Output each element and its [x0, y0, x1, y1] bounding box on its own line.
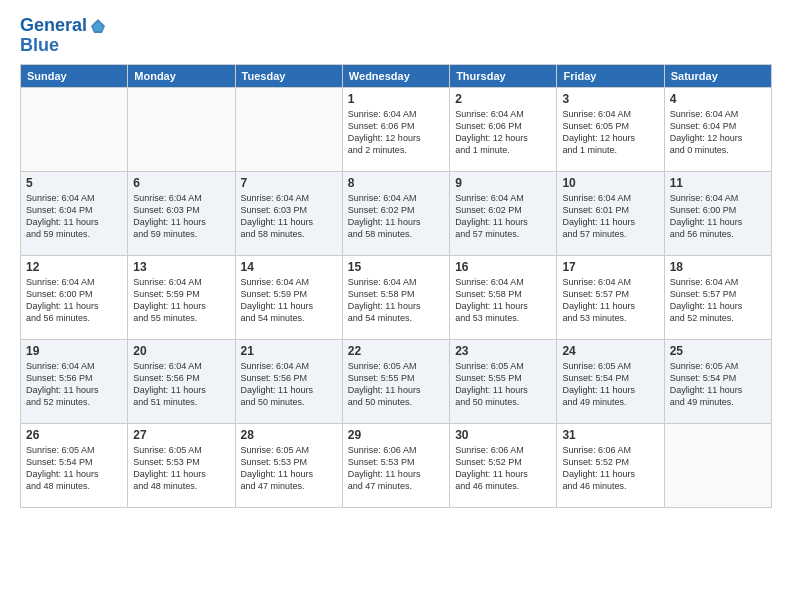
cell-info: Sunrise: 6:05 AM Sunset: 5:55 PM Dayligh… [348, 360, 444, 409]
calendar-cell: 12Sunrise: 6:04 AM Sunset: 6:00 PM Dayli… [21, 255, 128, 339]
day-header-row: SundayMondayTuesdayWednesdayThursdayFrid… [21, 64, 772, 87]
calendar-cell: 29Sunrise: 6:06 AM Sunset: 5:53 PM Dayli… [342, 423, 449, 507]
day-number: 7 [241, 176, 337, 190]
day-number: 20 [133, 344, 229, 358]
day-number: 31 [562, 428, 658, 442]
day-number: 2 [455, 92, 551, 106]
calendar-cell: 11Sunrise: 6:04 AM Sunset: 6:00 PM Dayli… [664, 171, 771, 255]
day-header-monday: Monday [128, 64, 235, 87]
day-number: 14 [241, 260, 337, 274]
calendar-cell: 4Sunrise: 6:04 AM Sunset: 6:04 PM Daylig… [664, 87, 771, 171]
calendar-cell: 24Sunrise: 6:05 AM Sunset: 5:54 PM Dayli… [557, 339, 664, 423]
calendar-cell: 3Sunrise: 6:04 AM Sunset: 6:05 PM Daylig… [557, 87, 664, 171]
cell-info: Sunrise: 6:04 AM Sunset: 6:04 PM Dayligh… [670, 108, 766, 157]
cell-info: Sunrise: 6:04 AM Sunset: 6:03 PM Dayligh… [133, 192, 229, 241]
cell-info: Sunrise: 6:04 AM Sunset: 5:57 PM Dayligh… [562, 276, 658, 325]
cell-info: Sunrise: 6:04 AM Sunset: 6:06 PM Dayligh… [348, 108, 444, 157]
day-number: 15 [348, 260, 444, 274]
day-header-thursday: Thursday [450, 64, 557, 87]
logo: General Blue [20, 16, 107, 56]
day-number: 5 [26, 176, 122, 190]
day-number: 22 [348, 344, 444, 358]
calendar-cell: 14Sunrise: 6:04 AM Sunset: 5:59 PM Dayli… [235, 255, 342, 339]
cell-info: Sunrise: 6:05 AM Sunset: 5:54 PM Dayligh… [670, 360, 766, 409]
calendar-table: SundayMondayTuesdayWednesdayThursdayFrid… [20, 64, 772, 508]
logo-icon [89, 17, 107, 35]
cell-info: Sunrise: 6:04 AM Sunset: 6:02 PM Dayligh… [455, 192, 551, 241]
cell-info: Sunrise: 6:04 AM Sunset: 5:56 PM Dayligh… [133, 360, 229, 409]
day-number: 10 [562, 176, 658, 190]
calendar-cell [664, 423, 771, 507]
calendar-cell: 6Sunrise: 6:04 AM Sunset: 6:03 PM Daylig… [128, 171, 235, 255]
calendar-cell: 26Sunrise: 6:05 AM Sunset: 5:54 PM Dayli… [21, 423, 128, 507]
week-row-1: 1Sunrise: 6:04 AM Sunset: 6:06 PM Daylig… [21, 87, 772, 171]
cell-info: Sunrise: 6:05 AM Sunset: 5:54 PM Dayligh… [562, 360, 658, 409]
day-number: 6 [133, 176, 229, 190]
day-number: 19 [26, 344, 122, 358]
day-number: 3 [562, 92, 658, 106]
day-number: 8 [348, 176, 444, 190]
day-number: 1 [348, 92, 444, 106]
day-header-friday: Friday [557, 64, 664, 87]
cell-info: Sunrise: 6:05 AM Sunset: 5:55 PM Dayligh… [455, 360, 551, 409]
day-number: 24 [562, 344, 658, 358]
day-header-wednesday: Wednesday [342, 64, 449, 87]
cell-info: Sunrise: 6:04 AM Sunset: 5:58 PM Dayligh… [455, 276, 551, 325]
day-number: 9 [455, 176, 551, 190]
calendar-cell: 8Sunrise: 6:04 AM Sunset: 6:02 PM Daylig… [342, 171, 449, 255]
calendar-cell: 31Sunrise: 6:06 AM Sunset: 5:52 PM Dayli… [557, 423, 664, 507]
cell-info: Sunrise: 6:04 AM Sunset: 6:04 PM Dayligh… [26, 192, 122, 241]
calendar-cell: 10Sunrise: 6:04 AM Sunset: 6:01 PM Dayli… [557, 171, 664, 255]
cell-info: Sunrise: 6:06 AM Sunset: 5:52 PM Dayligh… [455, 444, 551, 493]
calendar-cell: 20Sunrise: 6:04 AM Sunset: 5:56 PM Dayli… [128, 339, 235, 423]
week-row-2: 5Sunrise: 6:04 AM Sunset: 6:04 PM Daylig… [21, 171, 772, 255]
page-header: General Blue [20, 16, 772, 56]
calendar-cell: 7Sunrise: 6:04 AM Sunset: 6:03 PM Daylig… [235, 171, 342, 255]
calendar-cell: 23Sunrise: 6:05 AM Sunset: 5:55 PM Dayli… [450, 339, 557, 423]
cell-info: Sunrise: 6:05 AM Sunset: 5:53 PM Dayligh… [241, 444, 337, 493]
cell-info: Sunrise: 6:04 AM Sunset: 6:02 PM Dayligh… [348, 192, 444, 241]
day-number: 17 [562, 260, 658, 274]
cell-info: Sunrise: 6:04 AM Sunset: 5:57 PM Dayligh… [670, 276, 766, 325]
day-number: 21 [241, 344, 337, 358]
calendar-cell: 9Sunrise: 6:04 AM Sunset: 6:02 PM Daylig… [450, 171, 557, 255]
day-number: 25 [670, 344, 766, 358]
calendar-cell: 18Sunrise: 6:04 AM Sunset: 5:57 PM Dayli… [664, 255, 771, 339]
day-header-saturday: Saturday [664, 64, 771, 87]
day-number: 29 [348, 428, 444, 442]
calendar-cell: 1Sunrise: 6:04 AM Sunset: 6:06 PM Daylig… [342, 87, 449, 171]
day-number: 18 [670, 260, 766, 274]
day-number: 23 [455, 344, 551, 358]
day-number: 13 [133, 260, 229, 274]
cell-info: Sunrise: 6:06 AM Sunset: 5:52 PM Dayligh… [562, 444, 658, 493]
calendar-cell [21, 87, 128, 171]
day-number: 27 [133, 428, 229, 442]
calendar-cell: 17Sunrise: 6:04 AM Sunset: 5:57 PM Dayli… [557, 255, 664, 339]
day-header-sunday: Sunday [21, 64, 128, 87]
calendar-page: General Blue SundayMondayTuesdayWednesda… [0, 0, 792, 612]
cell-info: Sunrise: 6:04 AM Sunset: 6:06 PM Dayligh… [455, 108, 551, 157]
cell-info: Sunrise: 6:05 AM Sunset: 5:54 PM Dayligh… [26, 444, 122, 493]
week-row-4: 19Sunrise: 6:04 AM Sunset: 5:56 PM Dayli… [21, 339, 772, 423]
week-row-5: 26Sunrise: 6:05 AM Sunset: 5:54 PM Dayli… [21, 423, 772, 507]
week-row-3: 12Sunrise: 6:04 AM Sunset: 6:00 PM Dayli… [21, 255, 772, 339]
cell-info: Sunrise: 6:04 AM Sunset: 5:56 PM Dayligh… [26, 360, 122, 409]
day-number: 4 [670, 92, 766, 106]
calendar-cell: 27Sunrise: 6:05 AM Sunset: 5:53 PM Dayli… [128, 423, 235, 507]
calendar-cell [235, 87, 342, 171]
calendar-cell: 28Sunrise: 6:05 AM Sunset: 5:53 PM Dayli… [235, 423, 342, 507]
cell-info: Sunrise: 6:04 AM Sunset: 5:59 PM Dayligh… [241, 276, 337, 325]
day-number: 26 [26, 428, 122, 442]
calendar-cell: 15Sunrise: 6:04 AM Sunset: 5:58 PM Dayli… [342, 255, 449, 339]
calendar-cell [128, 87, 235, 171]
day-number: 16 [455, 260, 551, 274]
day-header-tuesday: Tuesday [235, 64, 342, 87]
calendar-cell: 21Sunrise: 6:04 AM Sunset: 5:56 PM Dayli… [235, 339, 342, 423]
calendar-cell: 2Sunrise: 6:04 AM Sunset: 6:06 PM Daylig… [450, 87, 557, 171]
calendar-cell: 16Sunrise: 6:04 AM Sunset: 5:58 PM Dayli… [450, 255, 557, 339]
cell-info: Sunrise: 6:04 AM Sunset: 5:59 PM Dayligh… [133, 276, 229, 325]
cell-info: Sunrise: 6:04 AM Sunset: 6:00 PM Dayligh… [26, 276, 122, 325]
logo-blue: Blue [20, 36, 59, 56]
calendar-cell: 5Sunrise: 6:04 AM Sunset: 6:04 PM Daylig… [21, 171, 128, 255]
logo-text: General [20, 16, 87, 36]
